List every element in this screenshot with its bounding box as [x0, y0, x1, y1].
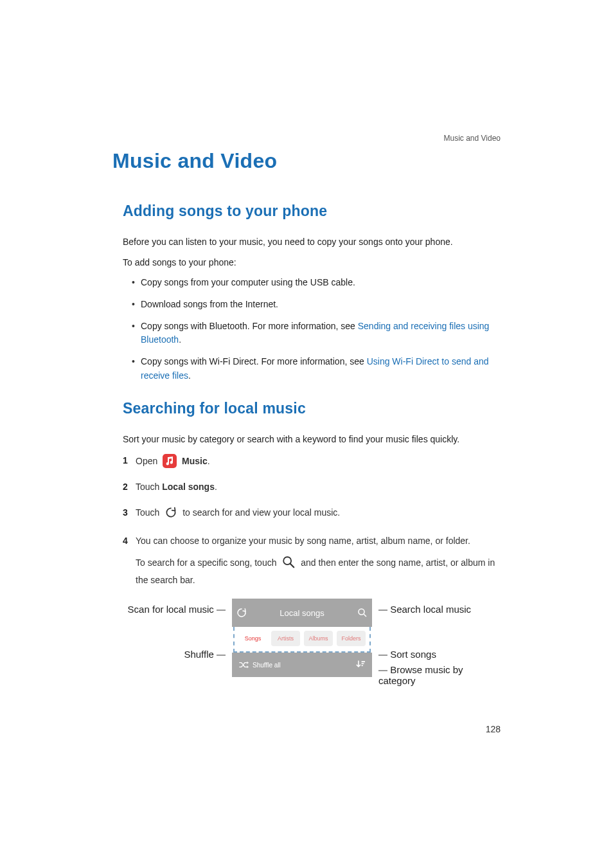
- local-songs-label: Local songs: [162, 482, 215, 492]
- running-head: Music and Video: [444, 134, 501, 143]
- section-heading-adding: Adding songs to your phone: [112, 203, 501, 220]
- tab-artists[interactable]: Artists: [271, 631, 300, 646]
- step-touch-local: Touch Local songs.: [123, 480, 497, 494]
- para-search-intro: Sort your music by category or search wi…: [123, 433, 497, 447]
- bullet-wifi-direct: Copy songs with Wi-Fi Direct. For more i…: [132, 355, 497, 383]
- bullet-internet: Download songs from the Internet.: [132, 298, 497, 312]
- shuffle-button[interactable]: Shuffle all: [238, 661, 281, 669]
- para-adding-intro: Before you can listen to your music, you…: [123, 235, 497, 249]
- search-icon: [281, 555, 296, 574]
- callout-search: Search local music: [378, 604, 501, 615]
- bullet-bluetooth: Copy songs with Bluetooth. For more info…: [132, 320, 497, 347]
- scan-local-icon[interactable]: [232, 607, 251, 619]
- shuffle-row: Shuffle all: [232, 653, 372, 677]
- phone-mock: Local songs Songs Artists Albums Folders…: [232, 599, 372, 677]
- bullet-wifi-post: .: [188, 370, 191, 381]
- tab-songs[interactable]: Songs: [238, 631, 267, 646]
- tab-folders[interactable]: Folders: [337, 631, 366, 646]
- step-organize-search: You can choose to organize your music by…: [123, 534, 497, 587]
- step-touch-refresh: Touch to search for and view your local …: [123, 506, 497, 523]
- steps-search: Open Music. Touch Local songs. Touch to …: [123, 454, 497, 587]
- search-local-icon[interactable]: [353, 607, 372, 619]
- sort-icon[interactable]: [355, 660, 366, 670]
- phone-title: Local songs: [251, 608, 353, 618]
- bullet-wifi-pre: Copy songs with Wi-Fi Direct. For more i…: [141, 356, 367, 366]
- chapter-title: Music and Video: [112, 149, 501, 173]
- para-adding-lead: To add songs to your phone:: [123, 256, 497, 270]
- refresh-icon: [164, 506, 177, 523]
- callout-shuffle: Shuffle: [123, 649, 226, 660]
- tabs-row: Songs Artists Albums Folders: [233, 627, 371, 653]
- section-heading-search: Searching for local music: [112, 400, 501, 417]
- tab-albums[interactable]: Albums: [304, 631, 333, 646]
- callout-browse: Browse music by category: [378, 664, 475, 686]
- step-open-music: Open Music.: [123, 454, 497, 469]
- music-app-icon: [163, 454, 177, 468]
- bullet-bluetooth-post: .: [179, 334, 181, 345]
- music-app-label: Music: [182, 456, 208, 466]
- local-songs-figure: Scan for local music Shuffle Local songs: [123, 599, 501, 686]
- callout-sort: Sort songs: [378, 649, 501, 660]
- page-number: 128: [486, 724, 501, 734]
- svg-point-3: [359, 609, 364, 615]
- bullets-adding: Copy songs from your computer using the …: [123, 276, 497, 383]
- callout-scan: Scan for local music: [123, 604, 226, 615]
- bullet-usb: Copy songs from your computer using the …: [132, 276, 497, 290]
- phone-topbar: Local songs: [232, 599, 372, 627]
- bullet-bluetooth-pre: Copy songs with Bluetooth. For more info…: [141, 321, 358, 331]
